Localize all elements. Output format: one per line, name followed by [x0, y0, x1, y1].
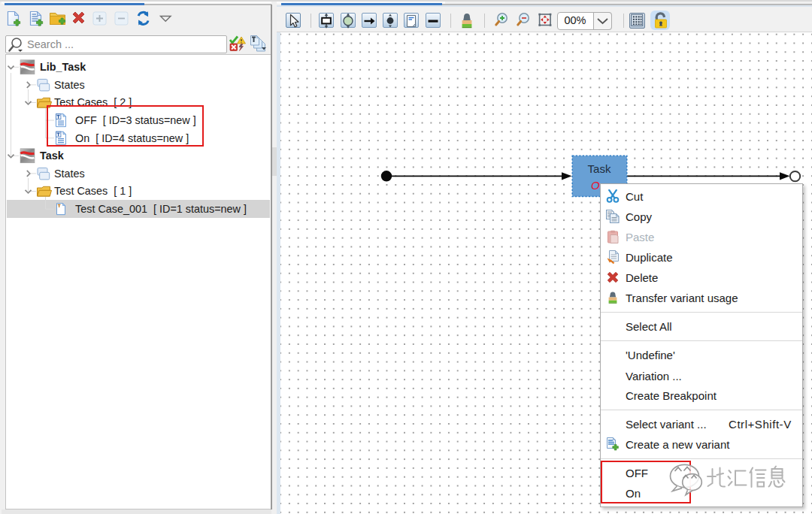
svg-text:Task: Task: [588, 162, 611, 175]
